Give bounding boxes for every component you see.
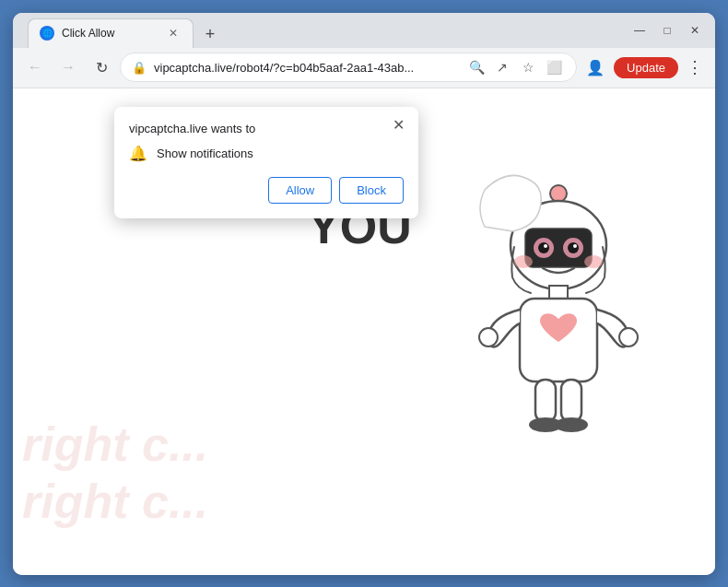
svg-rect-17 [561,380,581,422]
lock-icon: 🔒 [132,61,147,75]
address-icons: 🔍 ↗ ☆ ⬜ [465,56,565,78]
title-bar: 🌐 Click Allow ✕ + — □ ✕ [13,13,715,48]
nav-bar: ← → ↻ 🔒 vipcaptcha.live/robot4/?c=b04b5a… [13,48,715,88]
address-bar[interactable]: 🔒 vipcaptcha.live/robot4/?c=b04b5aaf-2aa… [120,53,577,82]
popup-title: vipcaptcha.live wants to [129,122,404,135]
robot-illustration [457,171,660,485]
svg-point-8 [544,244,547,248]
popup-buttons: Allow Block [129,177,404,204]
maximize-button[interactable]: □ [654,18,680,43]
more-menu-button[interactable]: ⋮ [682,54,708,80]
active-tab[interactable]: 🌐 Click Allow ✕ [28,18,194,48]
popup-notification-row: 🔔 Show notifications [129,145,404,162]
page-content: right c... right c... YOU [13,88,715,575]
nav-right-controls: 👤 Update ⋮ [581,53,708,82]
svg-point-7 [568,242,579,253]
svg-rect-12 [549,286,568,299]
svg-point-14 [479,328,498,346]
update-button[interactable]: Update [614,57,678,78]
notification-popup: ✕ vipcaptcha.live wants to 🔔 Show notifi… [114,107,418,218]
bell-icon: 🔔 [129,145,147,162]
svg-point-11 [584,255,603,268]
url-text: vipcaptcha.live/robot4/?c=b04b5aaf-2aa1-… [154,61,458,75]
popup-close-button[interactable]: ✕ [387,114,409,136]
svg-rect-16 [535,380,556,422]
split-icon-btn[interactable]: ⬜ [543,56,565,78]
popup-notification-text: Show notifications [157,147,253,160]
tab-favicon: 🌐 [40,26,54,41]
tab-bar: 🌐 Click Allow ✕ + [20,13,708,48]
svg-point-19 [555,417,588,432]
robot-svg [457,171,660,485]
minimize-button[interactable]: — [627,18,652,43]
allow-button[interactable]: Allow [268,177,332,204]
tab-close-button[interactable]: ✕ [165,25,182,41]
svg-point-15 [619,328,638,346]
svg-point-9 [573,244,577,248]
browser-window: 🌐 Click Allow ✕ + — □ ✕ ← → ↻ 🔒 vipcaptc… [13,13,715,575]
profile-button[interactable]: 👤 [581,53,610,82]
window-controls: — □ ✕ [627,18,708,43]
block-button[interactable]: Block [339,177,404,204]
svg-point-1 [550,185,567,202]
back-button[interactable]: ← [20,53,50,82]
bookmark-icon-btn[interactable]: ☆ [517,56,539,78]
search-icon-btn[interactable]: 🔍 [465,56,487,78]
refresh-button[interactable]: ↻ [87,53,116,82]
svg-point-6 [538,242,549,253]
svg-point-10 [514,255,533,268]
tab-title: Click Allow [62,27,158,40]
share-icon-btn[interactable]: ↗ [491,56,513,78]
close-button[interactable]: ✕ [682,18,708,43]
forward-button[interactable]: → [53,53,83,82]
new-tab-button[interactable]: + [197,22,223,48]
